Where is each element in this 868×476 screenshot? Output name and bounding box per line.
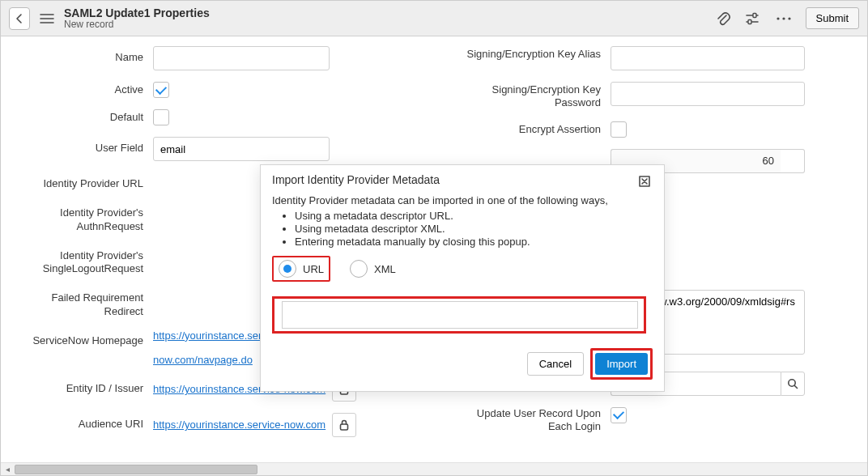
- url-input-highlight: [272, 296, 646, 334]
- menu-button[interactable]: [35, 7, 59, 30]
- list-item: Using metadata descriptor XML.: [295, 223, 653, 235]
- svg-rect-1: [748, 19, 751, 23]
- import-button-highlight: Import: [590, 348, 653, 380]
- signing-alias-input[interactable]: [611, 46, 805, 70]
- paperclip-icon: [715, 11, 731, 27]
- title-block: SAML2 Update1 Properties New record: [64, 6, 210, 31]
- active-checkbox[interactable]: [153, 82, 169, 98]
- radio-icon-selected: [279, 260, 296, 278]
- user-field-label: User Field: [12, 137, 153, 155]
- radio-url[interactable]: URL: [272, 256, 330, 282]
- name-input[interactable]: [153, 46, 330, 70]
- svg-rect-0: [753, 13, 756, 17]
- cancel-button[interactable]: Cancel: [527, 352, 584, 376]
- signing-alias-label: Signing/Encryption Key Alias: [458, 46, 611, 61]
- back-button[interactable]: [9, 7, 30, 30]
- radio-url-label: URL: [303, 263, 324, 275]
- svg-point-2: [777, 17, 779, 19]
- name-label: Name: [12, 46, 153, 64]
- lock-icon: [339, 419, 349, 431]
- list-item: Entering metadata manually by closing th…: [295, 236, 653, 248]
- scrollbar-thumb[interactable]: [15, 465, 257, 474]
- default-checkbox[interactable]: [153, 109, 169, 125]
- horizontal-scrollbar[interactable]: ◂: [1, 462, 867, 475]
- svg-point-3: [782, 17, 785, 19]
- modal-close-button[interactable]: [636, 173, 653, 189]
- slo-request-label: Identity Provider's SingleLogoutRequest: [12, 244, 153, 276]
- modal-title: Import Identity Provider Metadata: [272, 173, 636, 186]
- import-button[interactable]: Import: [595, 353, 648, 375]
- more-icon: [775, 15, 793, 22]
- page-title: SAML2 Update1 Properties: [64, 6, 210, 19]
- homepage-label: ServiceNow Homepage: [12, 329, 153, 347]
- radio-xml[interactable]: XML: [345, 257, 401, 280]
- idp-url-label: Identity Provider URL: [12, 172, 153, 190]
- search-icon: [787, 378, 798, 389]
- submit-button[interactable]: Submit: [806, 7, 859, 29]
- modal-options-list: Using a metadata descriptor URL. Using m…: [295, 210, 653, 248]
- attachment-button[interactable]: [712, 7, 734, 30]
- audience-uri-label: Audience URI: [12, 413, 153, 431]
- personalize-button[interactable]: [741, 7, 764, 30]
- clock-skew-label: [458, 149, 611, 151]
- update-user-checkbox[interactable]: [611, 407, 627, 423]
- audience-uri-link[interactable]: https://yourinstance.service-now.com: [153, 419, 326, 431]
- encrypt-assertion-label: Encrypt Assertion: [458, 121, 611, 136]
- settings-sliders-icon: [744, 11, 760, 27]
- signing-password-label: Signing/Encryption Key Password: [458, 82, 611, 110]
- svg-rect-6: [341, 424, 348, 430]
- clock-skew-stepper[interactable]: [781, 149, 805, 173]
- modal-description: Identity Provider metadata can be import…: [272, 194, 653, 206]
- list-item: Using a metadata descriptor URL.: [295, 210, 653, 222]
- update-user-label: Update User Record Upon Each Login: [458, 407, 611, 434]
- audience-uri-lock-button[interactable]: [332, 413, 356, 437]
- close-icon: [639, 176, 650, 187]
- homepage-link-2[interactable]: now.com/navpage.do: [153, 354, 253, 366]
- chevron-left-icon: [15, 13, 24, 24]
- failed-redirect-label: Failed Requirement Redirect: [12, 287, 153, 318]
- default-label: Default: [12, 109, 153, 124]
- import-metadata-modal: Import Identity Provider Metadata Identi…: [260, 164, 665, 392]
- topbar: SAML2 Update1 Properties New record Subm…: [1, 1, 867, 36]
- metadata-url-input[interactable]: [282, 301, 638, 329]
- hamburger-icon: [39, 12, 55, 25]
- encrypt-assertion-checkbox[interactable]: [611, 121, 627, 138]
- active-label: Active: [12, 82, 153, 96]
- authn-request-label: Identity Provider's AuthnRequest: [12, 202, 153, 233]
- entity-id-label: Entity ID / Issuer: [12, 377, 153, 395]
- scroll-left-icon: ◂: [1, 465, 14, 474]
- more-actions-button[interactable]: [770, 7, 798, 30]
- policy-lookup-button[interactable]: [781, 372, 805, 396]
- radio-icon: [350, 260, 368, 278]
- radio-xml-label: XML: [374, 263, 396, 275]
- page-subtitle: New record: [64, 19, 210, 31]
- signing-password-input[interactable]: [611, 82, 805, 106]
- svg-point-4: [788, 17, 790, 19]
- user-field-input[interactable]: [153, 137, 330, 161]
